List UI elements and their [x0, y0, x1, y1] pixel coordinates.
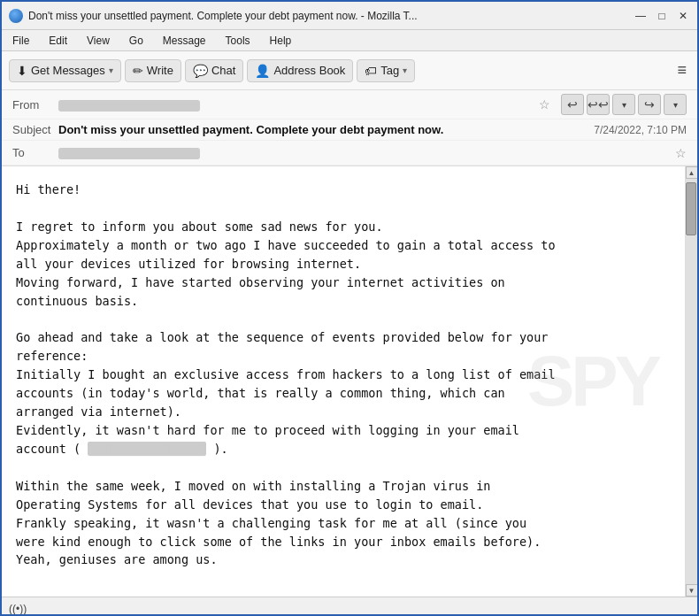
to-row: To ☆: [2, 141, 697, 166]
address-book-icon: 👤: [255, 64, 270, 78]
email-header: From ☆ ↩ ↩↩ ▾ ↪ ▾ Subject Don't miss you…: [2, 90, 697, 166]
menu-view[interactable]: View: [83, 33, 113, 49]
get-messages-chevron[interactable]: ▾: [109, 65, 113, 75]
reply-button[interactable]: ↩: [561, 94, 584, 115]
menu-go[interactable]: Go: [126, 33, 147, 49]
app-icon: [9, 9, 23, 23]
chat-label: Chat: [211, 64, 235, 77]
scroll-thumb[interactable]: [686, 182, 696, 235]
from-star-icon[interactable]: ☆: [539, 97, 550, 112]
email-date: 7/24/2022, 7:10 PM: [594, 124, 687, 136]
to-label: To: [12, 146, 58, 159]
from-label: From: [12, 98, 58, 112]
nav-more-button[interactable]: ▾: [664, 94, 687, 115]
subject-row: Subject Don't miss your unsettled paymen…: [2, 119, 697, 141]
subject-value: Don't miss your unsettled payment. Compl…: [58, 123, 594, 136]
tag-button[interactable]: 🏷 Tag ▾: [357, 59, 415, 82]
tag-chevron[interactable]: ▾: [403, 65, 407, 75]
get-messages-label: Get Messages: [31, 64, 105, 77]
status-bar: ((•)): [2, 597, 697, 616]
toolbar: ⬇ Get Messages ▾ ✏ Write 💬 Chat 👤 Addres…: [2, 51, 697, 90]
scroll-track[interactable]: [686, 179, 697, 584]
email-body-wrapper: SPY Hi there! I regret to inform you abo…: [2, 166, 697, 597]
close-button[interactable]: ✕: [676, 9, 690, 23]
get-messages-icon: ⬇: [17, 64, 27, 78]
reply-all-button[interactable]: ↩↩: [587, 94, 610, 115]
get-messages-button[interactable]: ⬇ Get Messages ▾: [9, 59, 121, 82]
from-value: [58, 97, 534, 111]
tag-label: Tag: [380, 64, 399, 77]
email-body-text: Hi there! I regret to inform you about s…: [16, 181, 671, 569]
menu-message[interactable]: Message: [159, 33, 210, 49]
minimize-button[interactable]: —: [634, 9, 648, 23]
to-star-icon[interactable]: ☆: [675, 146, 687, 160]
to-email-blurred: [58, 148, 200, 159]
window-controls: — □ ✕: [634, 9, 690, 23]
menu-file[interactable]: File: [9, 33, 33, 49]
window-title: Don't miss your unsettled payment. Compl…: [28, 10, 628, 22]
scrollbar[interactable]: ▲ ▼: [685, 166, 697, 597]
menu-help[interactable]: Help: [266, 33, 296, 49]
from-row: From ☆ ↩ ↩↩ ▾ ↪ ▾: [2, 90, 697, 119]
from-email-blurred: [58, 100, 200, 112]
menu-edit[interactable]: Edit: [45, 33, 71, 49]
address-book-button[interactable]: 👤 Address Book: [247, 59, 353, 82]
menu-bar: File Edit View Go Message Tools Help: [2, 30, 697, 51]
scroll-up-arrow[interactable]: ▲: [686, 166, 698, 179]
to-value: [58, 146, 670, 159]
address-book-label: Address Book: [273, 64, 345, 77]
account-email-blurred: ████████████████: [88, 442, 206, 456]
title-bar: Don't miss your unsettled payment. Compl…: [2, 2, 697, 30]
chat-icon: 💬: [193, 64, 208, 78]
menu-tools[interactable]: Tools: [222, 33, 254, 49]
forward-button[interactable]: ↪: [638, 94, 661, 115]
write-button[interactable]: ✏ Write: [125, 59, 181, 82]
maximize-button[interactable]: □: [655, 9, 669, 23]
nav-down-button[interactable]: ▾: [612, 94, 635, 115]
status-icon: ((•)): [9, 603, 27, 615]
subject-label: Subject: [12, 123, 58, 136]
chat-button[interactable]: 💬 Chat: [185, 59, 243, 82]
write-label: Write: [147, 64, 173, 77]
scroll-down-arrow[interactable]: ▼: [686, 584, 698, 597]
write-icon: ✏: [133, 64, 143, 78]
tag-icon: 🏷: [365, 64, 377, 78]
hamburger-menu-button[interactable]: ≡: [673, 58, 690, 83]
email-body[interactable]: SPY Hi there! I regret to inform you abo…: [2, 166, 685, 597]
